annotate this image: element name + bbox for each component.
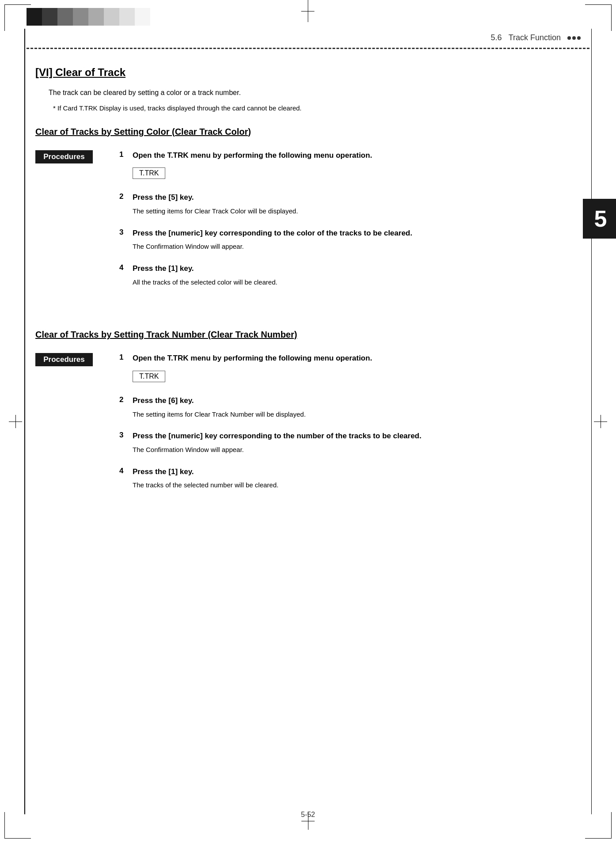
page-container: 5.6 Track Function 5 [VI] Clear of Track…	[0, 0, 616, 843]
note-text: * If Card T.TRK Display is used, tracks …	[53, 103, 581, 114]
ttrk-button-2: T.TRK	[133, 371, 165, 382]
three-dots	[567, 36, 581, 40]
main-content: [VI] Clear of Track The track can be cle…	[35, 53, 581, 816]
header-right: 5.6 Track Function	[491, 33, 581, 42]
step4-title: Press the [1] key.	[133, 263, 581, 274]
section2-step4: 4 Press the [1] key. The tracks of the s…	[119, 467, 581, 494]
right-border	[591, 29, 592, 814]
step1-content: Open the T.TRK menu by performing the fo…	[133, 150, 581, 185]
step1-num: 1	[119, 150, 133, 159]
left-border	[24, 29, 25, 814]
right-crosshair	[594, 415, 607, 428]
section-number: 5.6	[491, 33, 502, 42]
s2-step1-content: Open the T.TRK menu by performing the fo…	[133, 353, 581, 387]
s2-step4-desc: The tracks of the selected number will b…	[133, 480, 581, 490]
s2-step2-content: Press the [6] key. The setting items for…	[133, 395, 581, 423]
dot1	[567, 36, 571, 40]
corner-bl	[4, 812, 31, 839]
section1-step3: 3 Press the [numeric] key corresponding …	[119, 228, 581, 255]
color-block-2	[57, 8, 73, 26]
step1-title: Open the T.TRK menu by performing the fo…	[133, 150, 581, 161]
s2-step4-title: Press the [1] key.	[133, 467, 581, 477]
s2-step4-content: Press the [1] key. The tracks of the sel…	[133, 467, 581, 494]
color-block-6	[119, 8, 135, 26]
section1-heading: Clear of Tracks by Setting Color (Clear …	[35, 127, 581, 137]
step4-content: Press the [1] key. All the tracks of the…	[133, 263, 581, 291]
procedures-content-2: 1 Open the T.TRK menu by performing the …	[119, 353, 581, 502]
procedures-block-2: Procedures 1 Open the T.TRK menu by perf…	[35, 353, 581, 502]
left-crosshair	[9, 415, 22, 428]
section1-step4: 4 Press the [1] key. All the tracks of t…	[119, 263, 581, 291]
step3-title: Press the [numeric] key corresponding to…	[133, 228, 581, 239]
step2-content: Press the [5] key. The setting items for…	[133, 192, 581, 220]
procedures-label-2: Procedures	[35, 353, 93, 366]
color-block-3	[73, 8, 88, 26]
chapter-title: [VI] Clear of Track	[35, 66, 581, 79]
s2-step2-title: Press the [6] key.	[133, 395, 581, 406]
step2-title: Press the [5] key.	[133, 192, 581, 203]
corner-br	[585, 812, 612, 839]
step2-desc: The setting items for Clear Track Color …	[133, 206, 581, 216]
crosshair-top	[308, 0, 308, 22]
s2-step1-title: Open the T.TRK menu by performing the fo…	[133, 353, 581, 364]
section2-step3: 3 Press the [numeric] key corresponding …	[119, 431, 581, 458]
ttrk-button-1: T.TRK	[133, 167, 165, 179]
chapter-tab: 5	[583, 199, 616, 239]
section-title: Track Function	[509, 33, 561, 42]
dot3	[577, 36, 581, 40]
section1-step1: 1 Open the T.TRK menu by performing the …	[119, 150, 581, 185]
dot2	[572, 36, 576, 40]
s2-step3-num: 3	[119, 431, 133, 440]
s2-step3-desc: The Confirmation Window will appear.	[133, 445, 581, 455]
procedures-label-1: Procedures	[35, 150, 93, 163]
procedures-content-1: 1 Open the T.TRK menu by performing the …	[119, 150, 581, 299]
s2-step1-num: 1	[119, 353, 133, 362]
color-block-7	[135, 8, 150, 26]
step3-num: 3	[119, 228, 133, 237]
step3-desc: The Confirmation Window will appear.	[133, 242, 581, 252]
section2-step1: 1 Open the T.TRK menu by performing the …	[119, 353, 581, 387]
color-block-0	[27, 8, 42, 26]
step3-content: Press the [numeric] key corresponding to…	[133, 228, 581, 255]
intro-text: The track can be cleared by setting a co…	[49, 87, 581, 98]
step2-num: 2	[119, 192, 133, 201]
s2-step4-num: 4	[119, 467, 133, 475]
color-block-1	[42, 8, 57, 26]
color-block-4	[88, 8, 104, 26]
section2-heading: Clear of Tracks by Setting Track Number …	[35, 330, 581, 340]
chapter-tab-number: 5	[594, 205, 607, 232]
section1-step2: 2 Press the [5] key. The setting items f…	[119, 192, 581, 220]
step4-desc: All the tracks of the selected color wil…	[133, 277, 581, 288]
s2-step3-content: Press the [numeric] key corresponding to…	[133, 431, 581, 458]
procedures-block-1: Procedures 1 Open the T.TRK menu by perf…	[35, 150, 581, 299]
header-section: 5.6 Track Function	[0, 33, 616, 42]
s2-step2-desc: The setting items for Clear Track Number…	[133, 410, 581, 420]
s2-step2-num: 2	[119, 395, 133, 404]
dashed-separator	[27, 48, 589, 49]
color-block-5	[104, 8, 119, 26]
section2-step2: 2 Press the [6] key. The setting items f…	[119, 395, 581, 423]
step4-num: 4	[119, 263, 133, 272]
bottom-crosshair	[301, 812, 315, 830]
color-blocks	[27, 8, 150, 26]
s2-step3-title: Press the [numeric] key corresponding to…	[133, 431, 581, 441]
